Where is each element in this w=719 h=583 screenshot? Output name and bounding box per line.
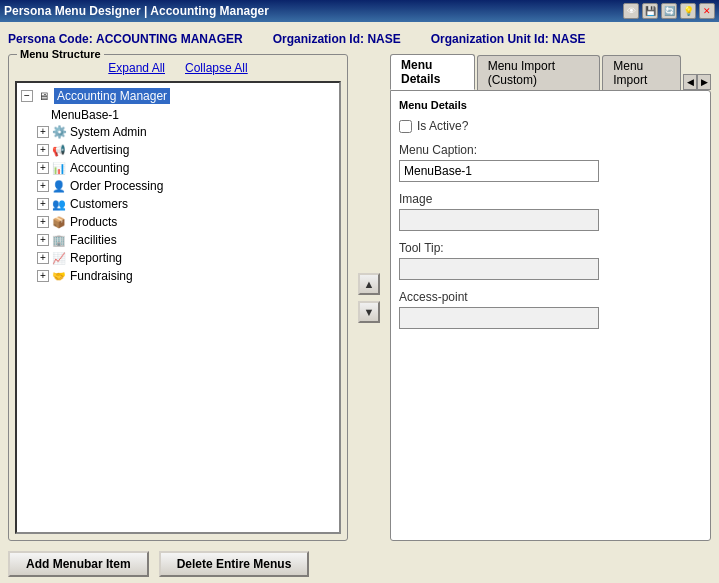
tab-menu-import[interactable]: Menu Import	[602, 55, 681, 90]
tree-label-customers: Customers	[70, 197, 128, 211]
tooltip-label: Tool Tip:	[399, 241, 702, 255]
menu-caption-row: Menu Caption:	[399, 143, 702, 182]
tree-item-fundraising[interactable]: + 🤝 Fundraising	[37, 267, 335, 285]
title-bar: Persona Menu Designer | Accounting Manag…	[0, 0, 719, 22]
tree-item-facilities[interactable]: + 🏢 Facilities	[37, 231, 335, 249]
tree-item-orderprocessing[interactable]: + 👤 Order Processing	[37, 177, 335, 195]
tree-children: MenuBase-1 + ⚙️ System Admin + 📢 Adverti…	[21, 107, 335, 285]
fundraising-icon: 🤝	[51, 268, 67, 284]
bottom-buttons: Add Menubar Item Delete Entire Menus	[8, 545, 711, 577]
right-panel: Menu Details Menu Import (Custom) Menu I…	[390, 54, 711, 541]
root-icon: 🖥	[35, 88, 51, 104]
arrow-buttons: ▲ ▼	[354, 54, 384, 541]
org-id-value: NASE	[367, 32, 400, 46]
tab-nav-left-icon[interactable]: ◀	[683, 74, 697, 90]
tree-root[interactable]: − 🖥 Accounting Manager	[21, 87, 335, 105]
sysadmin-icon: ⚙️	[51, 124, 67, 140]
tab-menu-details[interactable]: Menu Details	[390, 54, 475, 90]
add-menubar-button[interactable]: Add Menubar Item	[8, 551, 149, 577]
is-active-checkbox[interactable]	[399, 120, 412, 133]
accounting-toggle-icon[interactable]: +	[37, 162, 49, 174]
left-panel: Menu Structure Expand All Collapse All −…	[8, 54, 348, 541]
tooltip-input[interactable]	[399, 258, 599, 280]
customers-toggle-icon[interactable]: +	[37, 198, 49, 210]
persona-code-value: ACCOUNTING MANAGER	[96, 32, 243, 46]
tree-item-products[interactable]: + 📦 Products	[37, 213, 335, 231]
orderprocessing-toggle-icon[interactable]: +	[37, 180, 49, 192]
tree-label-reporting: Reporting	[70, 251, 122, 265]
tree-label-advertising: Advertising	[70, 143, 129, 157]
access-point-label: Access-point	[399, 290, 702, 304]
tree-item-customers[interactable]: + 👥 Customers	[37, 195, 335, 213]
tree-item-accounting[interactable]: + 📊 Accounting	[37, 159, 335, 177]
persona-code-label: Persona Code: ACCOUNTING MANAGER	[8, 32, 243, 46]
tree-label-accounting: Accounting	[70, 161, 129, 175]
customers-icon: 👥	[51, 196, 67, 212]
reporting-icon: 📈	[51, 250, 67, 266]
details-inner-legend: Menu Details	[399, 99, 702, 111]
header-info: Persona Code: ACCOUNTING MANAGER Organiz…	[8, 28, 711, 50]
tree-item-reporting[interactable]: + 📈 Reporting	[37, 249, 335, 267]
delete-menus-button[interactable]: Delete Entire Menus	[159, 551, 310, 577]
tree-item-advertising[interactable]: + 📢 Advertising	[37, 141, 335, 159]
is-active-row: Is Active?	[399, 119, 702, 133]
is-active-label: Is Active?	[417, 119, 468, 133]
fundraising-toggle-icon[interactable]: +	[37, 270, 49, 282]
tabs-row: Menu Details Menu Import (Custom) Menu I…	[390, 54, 711, 90]
title-bar-icons: 👁 💾 🔄 💡 ✕	[623, 3, 715, 19]
org-unit-value: NASE	[552, 32, 585, 46]
org-unit-label: Organization Unit Id: NASE	[431, 32, 586, 46]
view-icon[interactable]: 👁	[623, 3, 639, 19]
tree-area[interactable]: − 🖥 Accounting Manager MenuBase-1 + ⚙️	[15, 81, 341, 534]
close-icon[interactable]: ✕	[699, 3, 715, 19]
title-bar-text: Persona Menu Designer | Accounting Manag…	[4, 4, 269, 18]
accounting-icon: 📊	[51, 160, 67, 176]
panels-row: Menu Structure Expand All Collapse All −…	[8, 54, 711, 541]
tooltip-row: Tool Tip:	[399, 241, 702, 280]
image-row: Image	[399, 192, 702, 231]
details-panel: Menu Details Is Active? Menu Caption: Im…	[390, 90, 711, 541]
facilities-toggle-icon[interactable]: +	[37, 234, 49, 246]
move-up-button[interactable]: ▲	[358, 273, 380, 295]
sysadmin-toggle-icon[interactable]: +	[37, 126, 49, 138]
tab-nav-right-icon[interactable]: ▶	[697, 74, 711, 90]
products-icon: 📦	[51, 214, 67, 230]
root-toggle-icon[interactable]: −	[21, 90, 33, 102]
reporting-toggle-icon[interactable]: +	[37, 252, 49, 264]
products-toggle-icon[interactable]: +	[37, 216, 49, 228]
root-label: Accounting Manager	[54, 88, 170, 104]
menu-structure-legend: Menu Structure	[17, 48, 104, 60]
collapse-all-button[interactable]: Collapse All	[185, 61, 248, 75]
tree-label-sysadmin: System Admin	[70, 125, 147, 139]
refresh-icon[interactable]: 🔄	[661, 3, 677, 19]
expand-collapse-row: Expand All Collapse All	[15, 61, 341, 75]
bulb-icon[interactable]: 💡	[680, 3, 696, 19]
tree-label-menubase: MenuBase-1	[51, 108, 119, 122]
save-icon[interactable]: 💾	[642, 3, 658, 19]
access-point-input[interactable]	[399, 307, 599, 329]
tree-label-orderprocessing: Order Processing	[70, 179, 163, 193]
tree-label-facilities: Facilities	[70, 233, 117, 247]
tree-item-sysadmin[interactable]: + ⚙️ System Admin	[37, 123, 335, 141]
tree-label-fundraising: Fundraising	[70, 269, 133, 283]
org-id-label: Organization Id: NASE	[273, 32, 401, 46]
tab-menu-import-custom[interactable]: Menu Import (Custom)	[477, 55, 601, 90]
image-label: Image	[399, 192, 702, 206]
facilities-icon: 🏢	[51, 232, 67, 248]
tree-label-products: Products	[70, 215, 117, 229]
menu-caption-label: Menu Caption:	[399, 143, 702, 157]
image-input[interactable]	[399, 209, 599, 231]
access-point-row: Access-point	[399, 290, 702, 329]
menu-caption-input[interactable]	[399, 160, 599, 182]
advertising-icon: 📢	[51, 142, 67, 158]
expand-all-button[interactable]: Expand All	[108, 61, 165, 75]
move-down-button[interactable]: ▼	[358, 301, 380, 323]
orderprocessing-icon: 👤	[51, 178, 67, 194]
advertising-toggle-icon[interactable]: +	[37, 144, 49, 156]
tree-item-menubase[interactable]: MenuBase-1	[37, 107, 335, 123]
main-content: Persona Code: ACCOUNTING MANAGER Organiz…	[0, 22, 719, 583]
